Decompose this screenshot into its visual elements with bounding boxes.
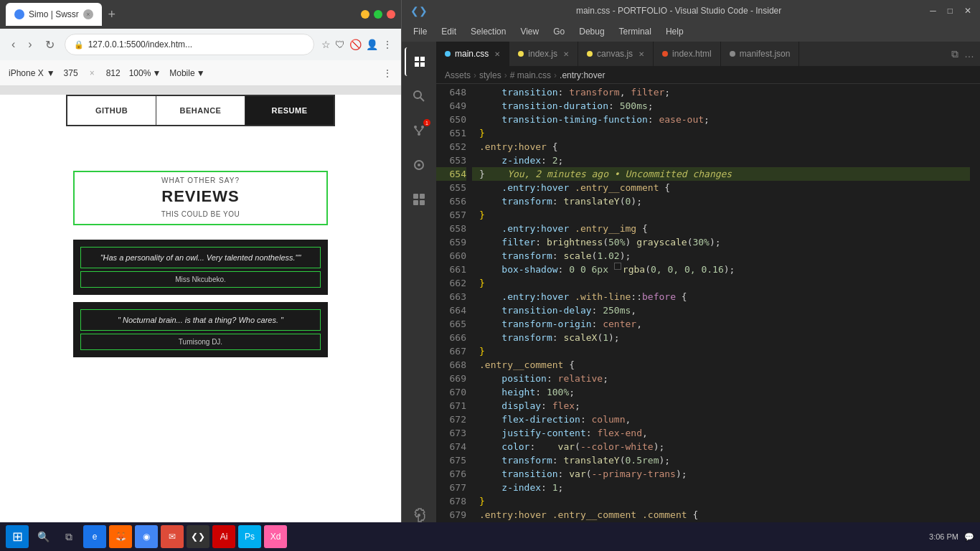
svg-line-9 <box>415 128 419 133</box>
svg-rect-2 <box>415 62 419 67</box>
activity-search[interactable] <box>405 82 433 110</box>
new-tab-button[interactable]: + <box>102 4 122 24</box>
svg-rect-0 <box>415 57 419 61</box>
reviews-heading: REVIEWS <box>75 186 326 207</box>
device-selector[interactable]: iPhone X ▼ <box>9 68 55 78</box>
mode-chevron: ▼ <box>197 68 205 78</box>
bookmark-icon[interactable]: ☆ <box>321 39 331 50</box>
taskbar-left: ⊞ 🔍 ⧉ e 🦊 ◉ ✉ ❮❯ Ai Ps Xd <box>6 525 287 548</box>
close-button[interactable] <box>387 10 395 19</box>
taskbar-ps[interactable]: Ps <box>238 525 261 548</box>
activity-debug[interactable] <box>405 151 433 179</box>
code-line-663: .entry:hover .with-line::before { <box>472 290 970 303</box>
vscode-maximize[interactable]: □ <box>948 6 953 16</box>
editor-scrollbar[interactable] <box>970 84 980 535</box>
menu-help[interactable]: Help <box>660 24 689 39</box>
code-editor[interactable]: 648649650651 652653654 655656657 6586596… <box>436 84 980 535</box>
tab-manifest-json[interactable]: manifest.json <box>721 42 800 66</box>
tab-close-button[interactable]: × <box>83 9 93 19</box>
breadcrumb-selector[interactable]: .entry:hover <box>560 70 605 80</box>
vscode-minimize[interactable]: ─ <box>930 6 936 16</box>
taskbar-edge[interactable]: e <box>83 525 106 548</box>
activity-bar: 1 <box>402 42 436 535</box>
code-line-656: transform: translateY(0); <box>472 194 970 208</box>
back-button[interactable]: ‹ <box>9 35 18 54</box>
vscode-titlebar: ❮❯ main.css - PORTFOLIO - Visual Studio … <box>402 0 980 22</box>
code-line-652: .entry:hover { <box>472 140 970 154</box>
code-line-660: transform: scale(1.02); <box>472 249 970 263</box>
device-name: iPhone X <box>9 68 44 78</box>
tab-close-css[interactable]: ✕ <box>494 50 500 58</box>
menu-debug[interactable]: Debug <box>573 24 610 39</box>
svg-point-7 <box>421 126 424 128</box>
menu-selection[interactable]: Selection <box>465 24 512 39</box>
tab-close-canvas[interactable]: ✕ <box>639 50 644 58</box>
browser-titlebar: Simo | Swssr × + <box>0 0 401 29</box>
nav-behance[interactable]: BEHANCE <box>156 96 245 125</box>
more-tabs-icon[interactable]: … <box>964 48 974 60</box>
code-line-653: z-index: 2; <box>472 154 970 167</box>
tab-main-css[interactable]: main.css ✕ <box>436 42 509 66</box>
code-content[interactable]: transition: transform, filter; transitio… <box>472 84 970 535</box>
line-numbers: 648649650651 652653654 655656657 6586596… <box>436 84 472 535</box>
code-line-676: transition: var(--primary-trans); <box>472 467 970 481</box>
minimize-button[interactable] <box>361 10 369 19</box>
activity-explorer[interactable] <box>405 47 433 76</box>
tab-title: Simo | Swssr <box>29 9 79 19</box>
taskbar-illustrator[interactable]: Ai <box>212 525 235 548</box>
taskbar-search[interactable]: 🔍 <box>32 525 55 548</box>
menu-edit[interactable]: Edit <box>435 24 462 39</box>
tab-canvas-js[interactable]: canvas.js ✕ <box>578 42 654 66</box>
taskbar-vscode-task[interactable]: ❮❯ <box>187 525 209 548</box>
block-icon[interactable]: 🚫 <box>349 39 362 50</box>
breadcrumb-styles[interactable]: styles <box>479 70 501 80</box>
taskbar-gmail[interactable]: ✉ <box>161 525 184 548</box>
taskbar-chrome[interactable]: ◉ <box>135 525 158 548</box>
profile-icon[interactable]: 👤 <box>366 39 378 50</box>
site-content: GITHUB BEHANCE RESUME WHAT OTHER SAY? RE… <box>66 95 335 551</box>
menu-file[interactable]: File <box>407 24 433 39</box>
menu-terminal[interactable]: Terminal <box>613 24 657 39</box>
vscode-close[interactable]: ✕ <box>964 6 971 16</box>
lock-icon: 🔒 <box>74 40 84 50</box>
code-line-672: flex-direction: column, <box>472 413 970 426</box>
forward-button[interactable]: › <box>25 35 34 54</box>
address-bar[interactable]: 🔒 127.0.0.1:5500/index.htm... <box>65 34 314 55</box>
refresh-button[interactable]: ↻ <box>42 35 57 55</box>
code-line-677: z-index: 1; <box>472 481 970 494</box>
zoom-level: 100% <box>129 68 151 78</box>
taskbar-notification[interactable]: 💬 <box>964 532 974 542</box>
taskbar-taskview[interactable]: ⧉ <box>57 525 80 548</box>
nav-resume[interactable]: RESUME <box>245 96 334 125</box>
menu-view[interactable]: View <box>514 24 545 39</box>
split-editor-icon[interactable]: ⧉ <box>951 48 958 60</box>
tab-index-js[interactable]: index.js ✕ <box>509 42 578 66</box>
more-icon[interactable]: ⋮ <box>382 39 392 50</box>
vscode-icon: ❮❯ <box>410 5 428 17</box>
reviews-cards: "Has a personality of an owl... Very tal… <box>73 240 328 357</box>
browser-tab[interactable]: Simo | Swssr × <box>6 3 102 26</box>
tab-close-js[interactable]: ✕ <box>563 50 569 58</box>
taskbar-firefox[interactable]: 🦊 <box>109 525 132 548</box>
zoom-selector[interactable]: 100% ▼ <box>129 68 161 78</box>
maximize-button[interactable] <box>374 10 382 19</box>
tab-label-json: manifest.json <box>740 49 791 59</box>
activity-extensions[interactable] <box>405 185 433 214</box>
tab-dot-css <box>445 51 451 57</box>
tabs-extra-actions: ⧉ … <box>946 42 980 66</box>
tab-index-html[interactable]: index.html <box>654 42 721 66</box>
menu-go[interactable]: Go <box>547 24 570 39</box>
viewport[interactable]: GITHUB BEHANCE RESUME WHAT OTHER SAY? RE… <box>0 95 401 551</box>
more-options-icon[interactable]: ⋮ <box>382 67 392 79</box>
mobile-mode-selector[interactable]: Mobile ▼ <box>169 68 204 78</box>
tabs-bar: main.css ✕ index.js ✕ canvas.js ✕ index.… <box>436 42 980 67</box>
nav-github[interactable]: GITHUB <box>67 96 156 125</box>
breadcrumb-maincss[interactable]: # main.css <box>510 70 551 80</box>
shield-icon[interactable]: 🛡 <box>335 39 345 50</box>
breadcrumb-assets[interactable]: Assets <box>445 70 471 80</box>
code-line-659: filter: brightness(50%) grayscale(30%); <box>472 235 970 249</box>
vscode-title: main.css - PORTFOLIO - Visual Studio Cod… <box>428 6 930 16</box>
activity-git[interactable]: 1 <box>405 116 433 145</box>
taskbar-xd[interactable]: Xd <box>264 525 287 548</box>
start-button[interactable]: ⊞ <box>6 525 29 548</box>
